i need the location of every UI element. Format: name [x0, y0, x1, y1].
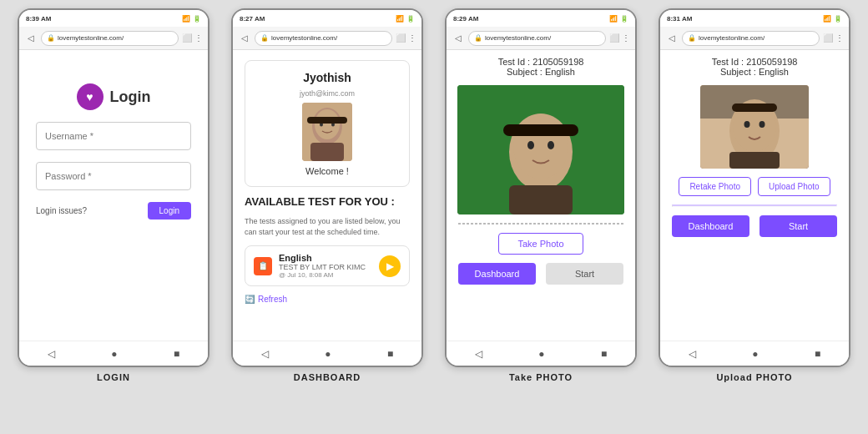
tab-icon[interactable]: ⬜: [182, 33, 192, 43]
upload-testid: Test Id : 2105059198: [712, 57, 798, 67]
tab-icon[interactable]: ⬜: [396, 33, 406, 43]
login-url-bar[interactable]: 🔒 lovemytestonline.com/: [41, 31, 179, 46]
test-card[interactable]: 📋 English TEST BY LMT FOR KIMC @ Jul 10,…: [245, 245, 410, 286]
browser-actions: ⬜ ⋮: [609, 33, 630, 43]
home-nav-icon[interactable]: ●: [752, 348, 758, 360]
menu-icon[interactable]: ⋮: [622, 33, 630, 43]
test-arrow-icon[interactable]: ▶: [379, 255, 401, 277]
uploadphoto-phone-wrapper: 8:31 AM 📶 🔋 ◁ 🔒 lovemytestonline.com/ ⬜ …: [648, 8, 861, 434]
login-status-icons: 📶 🔋: [182, 15, 201, 23]
test-date: @ Jul 10, 8:08 AM: [279, 271, 372, 279]
app-logo-icon: ♥: [77, 83, 103, 110]
start-button[interactable]: Start: [546, 263, 623, 285]
refresh-icon: 🔄: [245, 295, 255, 304]
takephoto-testid: Test Id : 2105059198: [498, 57, 584, 67]
lock-icon: 🔒: [688, 34, 696, 42]
home-nav-icon[interactable]: ●: [325, 348, 331, 360]
takephoto-status-icons: 📶 🔋: [609, 15, 628, 23]
battery-icon: 🔋: [834, 15, 842, 23]
uploadphoto-url-bar[interactable]: 🔒 lovemytestonline.com/: [682, 31, 820, 46]
browser-actions: ⬜ ⋮: [396, 33, 416, 43]
login-content: ♥ Login Login issues? Login: [19, 50, 208, 341]
svg-rect-12: [509, 185, 573, 214]
lock-icon: 🔒: [260, 34, 269, 42]
battery-icon: 🔋: [620, 15, 628, 23]
back-btn[interactable]: ◁: [238, 32, 251, 45]
lock-icon: 🔒: [474, 34, 482, 42]
takephoto-content-wrapper: Test Id : 2105059198 Subject : English: [447, 50, 635, 341]
upload-photo-button[interactable]: Upload Photo: [758, 177, 830, 196]
tab-icon[interactable]: ⬜: [823, 33, 833, 43]
upload-separator: [672, 204, 837, 207]
svg-point-10: [527, 141, 534, 149]
refresh-label: Refresh: [258, 295, 287, 304]
user-photo: [302, 103, 352, 161]
back-nav-icon[interactable]: ◁: [475, 348, 482, 360]
refresh-row[interactable]: 🔄 Refresh: [245, 295, 410, 304]
user-photo-svg: [302, 103, 352, 161]
username-input[interactable]: [36, 122, 191, 150]
back-nav-icon[interactable]: ◁: [261, 348, 269, 360]
dash-content-wrapper: Jyothish jyoth@kimc.com: [233, 50, 421, 341]
battery-icon: 🔋: [193, 15, 201, 23]
login-label: LOGIN: [97, 367, 130, 386]
browser-actions: ⬜ ⋮: [823, 33, 844, 43]
tab-icon[interactable]: ⬜: [609, 33, 619, 43]
menu-icon[interactable]: ⋮: [408, 33, 416, 43]
upload-content: Test Id : 2105059198 Subject : English: [660, 50, 849, 244]
dash-status-time: 8:27 AM: [240, 15, 265, 23]
back-btn[interactable]: ◁: [665, 32, 679, 45]
test-name: TEST BY LMT FOR KIMC: [279, 263, 372, 271]
login-logo-row: ♥ Login: [77, 83, 151, 110]
dash-browser-bar: ◁ 🔒 lovemytestonline.com/ ⬜ ⋮: [233, 27, 421, 50]
menu-icon[interactable]: ⋮: [194, 33, 203, 43]
takephoto-url: lovemytestonline.com/: [485, 34, 551, 42]
recents-nav-icon[interactable]: ■: [601, 348, 607, 360]
dash-content: Jyothish jyoth@kimc.com: [233, 50, 421, 314]
recents-nav-icon[interactable]: ■: [815, 348, 820, 360]
home-nav-icon[interactable]: ●: [538, 348, 544, 360]
recents-nav-icon[interactable]: ■: [387, 348, 393, 360]
svg-point-3: [315, 109, 340, 139]
back-btn[interactable]: ◁: [24, 32, 38, 45]
take-photo-button[interactable]: Take Photo: [498, 233, 583, 255]
svg-rect-21: [732, 103, 777, 112]
available-desc: The tests assigned to you are listed bel…: [245, 216, 410, 237]
menu-icon[interactable]: ⋮: [835, 33, 844, 43]
back-nav-icon[interactable]: ◁: [689, 348, 696, 360]
dash-url-bar[interactable]: 🔒 lovemytestonline.com/: [255, 31, 392, 46]
home-nav-icon[interactable]: ●: [111, 348, 117, 360]
wifi-icon: 📶: [823, 15, 831, 23]
dashboard-button[interactable]: Dashboard: [458, 263, 536, 285]
svg-rect-2: [310, 143, 344, 161]
test-info: English TEST BY LMT FOR KIMC @ Jul 10, 8…: [279, 253, 372, 279]
back-nav-icon[interactable]: ◁: [48, 348, 55, 360]
upload-btn-row: Dashboard Start: [672, 215, 837, 237]
password-input[interactable]: [36, 162, 191, 190]
uploadphoto-phone: 8:31 AM 📶 🔋 ◁ 🔒 lovemytestonline.com/ ⬜ …: [659, 8, 850, 367]
battery-icon: 🔋: [406, 15, 415, 23]
takephoto-status-bar: 8:29 AM 📶 🔋: [447, 10, 635, 27]
uploadphoto-status-icons: 📶 🔋: [823, 15, 842, 23]
takephoto-url-bar[interactable]: 🔒 lovemytestonline.com/: [468, 31, 606, 46]
login-button[interactable]: Login: [148, 202, 191, 220]
upload-start-button[interactable]: Start: [760, 215, 837, 237]
back-btn[interactable]: ◁: [452, 32, 465, 45]
takephoto-label: Take PHOTO: [509, 367, 573, 386]
retake-photo-button[interactable]: Retake Photo: [679, 177, 751, 196]
upload-dashboard-button[interactable]: Dashboard: [672, 215, 749, 237]
uploadphoto-content-wrapper: Test Id : 2105059198 Subject : English: [660, 50, 849, 341]
dashboard-label: DASHBOARD: [294, 367, 361, 386]
welcome-text: Welcome !: [305, 166, 349, 176]
login-phone-wrapper: 8:39 AM 📶 🔋 ◁ 🔒 lovemytestonline.com/ ⬜ …: [7, 8, 220, 434]
login-title: Login: [110, 88, 151, 106]
lock-icon: 🔒: [47, 34, 55, 42]
takephoto-content: Test Id : 2105059198 Subject : English: [447, 50, 635, 291]
uploadphoto-status-time: 8:31 AM: [667, 15, 692, 23]
svg-point-11: [548, 141, 554, 149]
login-status-bar: 8:39 AM 📶 🔋: [19, 10, 208, 27]
login-form: ♥ Login Login issues? Login: [19, 50, 208, 236]
takephoto-info: Test Id : 2105059198 Subject : English: [498, 57, 584, 77]
svg-rect-20: [729, 152, 780, 169]
recents-nav-icon[interactable]: ■: [174, 348, 179, 360]
